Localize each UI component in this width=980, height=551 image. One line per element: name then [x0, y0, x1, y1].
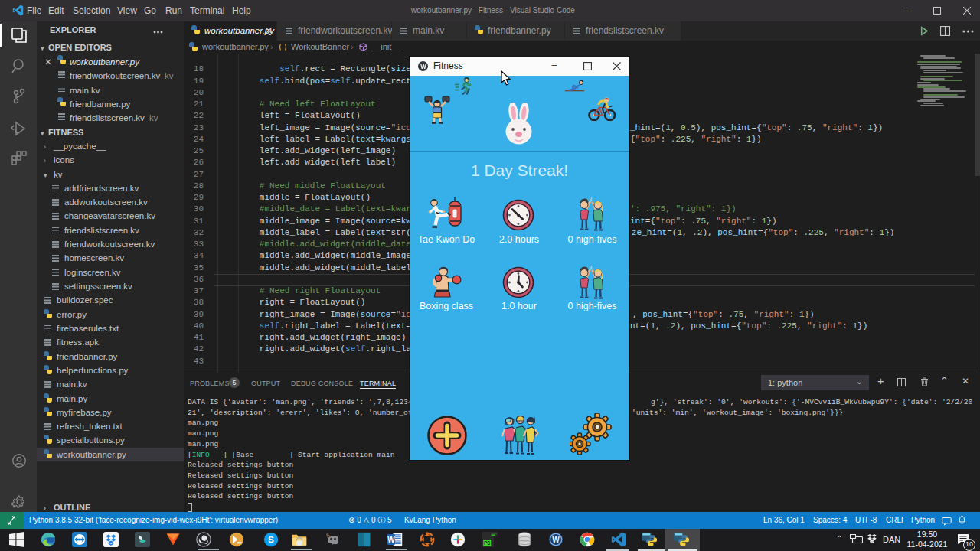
svg-text:S: S: [268, 534, 274, 544]
svg-text:W: W: [552, 536, 560, 544]
svg-text:W: W: [387, 536, 395, 544]
svg-text:PC: PC: [484, 540, 490, 546]
